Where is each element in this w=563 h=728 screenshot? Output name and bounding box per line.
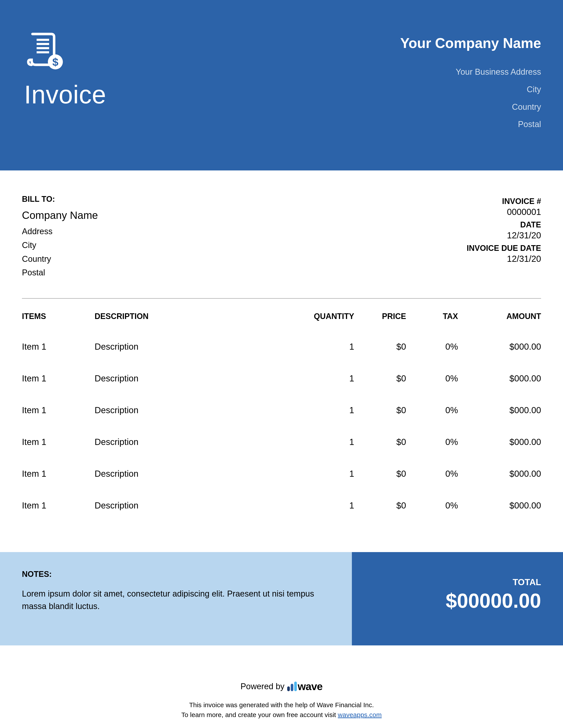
total-value: $00000.00	[352, 589, 541, 612]
disclaimer-line-2: To learn more, and create your own free …	[0, 710, 563, 720]
item-name: Item 1	[22, 490, 95, 521]
item-amount: $000.00	[458, 331, 541, 363]
item-quantity: 1	[282, 458, 354, 490]
item-quantity: 1	[282, 363, 354, 394]
invoice-title: Invoice	[24, 80, 106, 109]
item-amount: $000.00	[458, 363, 541, 394]
powered-by-section: Powered by wave This invoice was generat…	[0, 680, 563, 720]
notes-block: NOTES: Lorem ipsum dolor sit amet, conse…	[0, 552, 352, 645]
bill-country: Country	[22, 252, 98, 266]
bill-company: Company Name	[22, 209, 98, 221]
item-tax: 0%	[406, 331, 458, 363]
invoice-due-label: INVOICE DUE DATE	[467, 244, 541, 253]
table-header-row: ITEMS DESCRIPTION QUANTITY PRICE TAX AMO…	[22, 299, 541, 331]
wave-bars-icon	[287, 682, 297, 691]
item-description: Description	[95, 363, 282, 394]
item-description: Description	[95, 458, 282, 490]
bill-postal: Postal	[22, 266, 98, 280]
details-section: BILL TO: Company Name Address City Count…	[0, 170, 563, 280]
item-name: Item 1	[22, 331, 95, 363]
item-tax: 0%	[406, 426, 458, 458]
col-amount: AMOUNT	[458, 299, 541, 331]
header-right: Your Company Name Your Business Address …	[400, 31, 541, 133]
company-country: Country	[400, 98, 541, 116]
wave-logo: wave	[287, 680, 323, 693]
disclaimer-text: This invoice was generated with the help…	[0, 700, 563, 720]
item-description: Description	[95, 331, 282, 363]
bill-to-label: BILL TO:	[22, 195, 98, 204]
item-price: $0	[354, 458, 406, 490]
svg-text:$: $	[52, 56, 58, 68]
notes-label: NOTES:	[22, 570, 332, 579]
invoice-due-value: 12/31/20	[467, 254, 541, 264]
total-block: TOTAL $00000.00	[352, 552, 563, 645]
company-city: City	[400, 81, 541, 98]
item-amount: $000.00	[458, 394, 541, 426]
item-price: $0	[354, 331, 406, 363]
item-quantity: 1	[282, 394, 354, 426]
item-tax: 0%	[406, 490, 458, 521]
table-row: Item 1 Description 1 $0 0% $000.00	[22, 331, 541, 363]
item-tax: 0%	[406, 363, 458, 394]
table-row: Item 1 Description 1 $0 0% $000.00	[22, 490, 541, 521]
item-description: Description	[95, 490, 282, 521]
disclaimer-line-1: This invoice was generated with the help…	[0, 700, 563, 710]
item-price: $0	[354, 363, 406, 394]
item-amount: $000.00	[458, 490, 541, 521]
invoice-number-value: 0000001	[467, 207, 541, 217]
company-name: Your Company Name	[400, 35, 541, 51]
invoice-number-label: INVOICE #	[467, 197, 541, 206]
invoice-meta: INVOICE # 0000001 DATE 12/31/20 INVOICE …	[467, 195, 541, 280]
item-name: Item 1	[22, 458, 95, 490]
item-price: $0	[354, 490, 406, 521]
item-price: $0	[354, 394, 406, 426]
invoice-dollar-icon: $	[24, 31, 66, 72]
notes-text: Lorem ipsum dolor sit amet, consectetur …	[22, 588, 332, 613]
items-table: ITEMS DESCRIPTION QUANTITY PRICE TAX AMO…	[22, 299, 541, 521]
item-description: Description	[95, 426, 282, 458]
col-items: ITEMS	[22, 299, 95, 331]
header-left: $ Invoice	[24, 31, 106, 133]
total-label: TOTAL	[352, 577, 541, 587]
item-quantity: 1	[282, 490, 354, 521]
company-address: Your Business Address	[400, 63, 541, 81]
col-description: DESCRIPTION	[95, 299, 282, 331]
invoice-date-label: DATE	[467, 220, 541, 229]
bill-address: Address	[22, 225, 98, 238]
item-tax: 0%	[406, 458, 458, 490]
col-price: PRICE	[354, 299, 406, 331]
invoice-date-value: 12/31/20	[467, 230, 541, 240]
col-tax: TAX	[406, 299, 458, 331]
table-row: Item 1 Description 1 $0 0% $000.00	[22, 394, 541, 426]
item-description: Description	[95, 394, 282, 426]
powered-by-line: Powered by wave	[240, 680, 323, 693]
company-postal: Postal	[400, 116, 541, 133]
item-name: Item 1	[22, 426, 95, 458]
bill-city: City	[22, 238, 98, 252]
table-row: Item 1 Description 1 $0 0% $000.00	[22, 458, 541, 490]
table-row: Item 1 Description 1 $0 0% $000.00	[22, 363, 541, 394]
table-row: Item 1 Description 1 $0 0% $000.00	[22, 426, 541, 458]
invoice-header: $ Invoice Your Company Name Your Busines…	[0, 0, 563, 170]
item-name: Item 1	[22, 394, 95, 426]
item-quantity: 1	[282, 426, 354, 458]
item-price: $0	[354, 426, 406, 458]
item-name: Item 1	[22, 363, 95, 394]
col-quantity: QUANTITY	[282, 299, 354, 331]
footer-block: NOTES: Lorem ipsum dolor sit amet, conse…	[0, 552, 563, 645]
item-amount: $000.00	[458, 458, 541, 490]
item-tax: 0%	[406, 394, 458, 426]
item-amount: $000.00	[458, 426, 541, 458]
powered-by-prefix: Powered by	[240, 682, 285, 691]
item-quantity: 1	[282, 331, 354, 363]
waveapps-link[interactable]: waveapps.com	[338, 711, 382, 718]
bill-to-block: BILL TO: Company Name Address City Count…	[22, 195, 98, 280]
wave-brand-text: wave	[298, 680, 323, 693]
